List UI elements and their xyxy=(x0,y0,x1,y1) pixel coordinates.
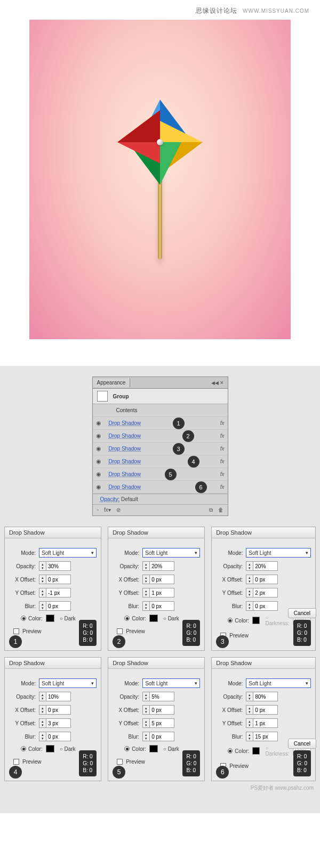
blur-stepper[interactable]: ▴▾ xyxy=(246,732,253,741)
blur-input[interactable] xyxy=(150,601,174,611)
blur-input[interactable] xyxy=(150,732,174,741)
fx-indicator[interactable]: fx xyxy=(220,420,225,426)
opacity-row[interactable]: Opacity: Default xyxy=(93,494,228,504)
preview-checkbox[interactable] xyxy=(117,628,123,634)
x-offset-input[interactable] xyxy=(253,575,278,584)
opacity-stepper[interactable]: ▴▾ xyxy=(142,692,150,701)
cancel-button[interactable]: Cancel xyxy=(288,608,316,618)
mode-select[interactable]: Soft Light xyxy=(39,548,97,558)
color-swatch[interactable] xyxy=(46,615,54,622)
tab-appearance[interactable]: Appearance xyxy=(93,378,131,387)
mode-select[interactable]: Soft Light xyxy=(39,678,97,688)
visibility-toggle-icon[interactable]: ◉ xyxy=(96,471,105,478)
y-offset-stepper[interactable]: ▴▾ xyxy=(246,588,253,597)
y-offset-input[interactable] xyxy=(253,588,278,597)
x-offset-input[interactable] xyxy=(150,575,174,584)
preview-checkbox[interactable] xyxy=(13,628,19,634)
darkness-radio[interactable]: ○ Dark xyxy=(163,616,179,621)
clear-icon[interactable]: ⊘ xyxy=(116,507,121,513)
visibility-toggle-icon[interactable]: ◉ xyxy=(96,458,105,465)
fx-indicator[interactable]: fx xyxy=(220,484,225,490)
effect-row[interactable]: ◉Drop Shadow4fx xyxy=(93,455,228,468)
color-radio[interactable] xyxy=(21,616,26,621)
opacity-stepper[interactable]: ▴▾ xyxy=(246,561,253,571)
trash-icon[interactable]: 🗑 xyxy=(218,507,223,513)
darkness-radio[interactable]: ○ Dark xyxy=(60,746,76,752)
preview-checkbox[interactable] xyxy=(13,759,19,765)
panel-menu-icon[interactable]: ◀◀ ✕ xyxy=(208,380,228,386)
mode-select[interactable]: Soft Light xyxy=(142,548,200,558)
fx-indicator[interactable]: fx xyxy=(220,458,225,464)
preview-checkbox[interactable] xyxy=(117,759,123,765)
effect-row[interactable]: ◉Drop Shadow2fx xyxy=(93,430,228,443)
mode-select[interactable]: Soft Light xyxy=(142,678,200,688)
fx-indicator[interactable]: fx xyxy=(220,446,225,452)
color-swatch[interactable] xyxy=(149,615,158,622)
fx-menu-icon[interactable]: fx▾ xyxy=(104,507,111,513)
opacity-input[interactable] xyxy=(253,692,278,701)
opacity-input[interactable] xyxy=(46,692,71,701)
effect-link[interactable]: Drop Shadow xyxy=(109,484,141,490)
y-offset-stepper[interactable]: ▴▾ xyxy=(246,718,253,728)
color-swatch[interactable] xyxy=(252,747,260,755)
effect-row[interactable]: ◉Drop Shadow6fx xyxy=(93,481,228,494)
opacity-stepper[interactable]: ▴▾ xyxy=(142,561,150,571)
x-offset-input[interactable] xyxy=(46,575,71,584)
new-item-icon[interactable]: ▫ xyxy=(97,507,99,513)
y-offset-stepper[interactable]: ▴▾ xyxy=(142,588,150,597)
darkness-radio[interactable]: ○ Darkness: xyxy=(265,745,291,757)
y-offset-input[interactable] xyxy=(46,588,71,597)
fx-indicator[interactable]: fx xyxy=(220,471,225,477)
duplicate-icon[interactable]: ⧉ xyxy=(209,507,213,513)
opacity-stepper[interactable]: ▴▾ xyxy=(246,692,253,701)
y-offset-stepper[interactable]: ▴▾ xyxy=(39,718,46,728)
color-radio[interactable] xyxy=(21,746,26,751)
y-offset-input[interactable] xyxy=(150,718,174,728)
effect-link[interactable]: Drop Shadow xyxy=(109,433,141,439)
color-radio[interactable] xyxy=(124,746,130,751)
x-offset-stepper[interactable]: ▴▾ xyxy=(39,575,46,584)
x-offset-stepper[interactable]: ▴▾ xyxy=(246,705,253,715)
effect-link[interactable]: Drop Shadow xyxy=(109,420,141,426)
group-thumbnail[interactable] xyxy=(97,391,108,402)
fx-indicator[interactable]: fx xyxy=(220,433,225,439)
visibility-toggle-icon[interactable]: ◉ xyxy=(96,420,105,427)
effect-row[interactable]: ◉Drop Shadow5fx xyxy=(93,468,228,481)
color-swatch[interactable] xyxy=(149,745,158,752)
y-offset-stepper[interactable]: ▴▾ xyxy=(39,588,46,597)
visibility-toggle-icon[interactable]: ◉ xyxy=(96,484,105,490)
cancel-button[interactable]: Cancel xyxy=(288,739,316,749)
blur-input[interactable] xyxy=(253,732,278,741)
y-offset-input[interactable] xyxy=(46,718,71,728)
x-offset-input[interactable] xyxy=(46,705,71,715)
x-offset-stepper[interactable]: ▴▾ xyxy=(246,575,253,584)
blur-stepper[interactable]: ▴▾ xyxy=(39,732,46,741)
y-offset-input[interactable] xyxy=(150,588,174,597)
color-swatch[interactable] xyxy=(46,745,54,752)
color-radio[interactable] xyxy=(228,748,233,754)
effect-row[interactable]: ◉Drop Shadow3fx xyxy=(93,443,228,455)
opacity-input[interactable] xyxy=(46,561,71,571)
blur-stepper[interactable]: ▴▾ xyxy=(142,601,150,611)
visibility-toggle-icon[interactable]: ◉ xyxy=(96,432,105,439)
mode-select[interactable]: Soft Light xyxy=(246,678,311,688)
opacity-input[interactable] xyxy=(150,692,174,701)
color-radio[interactable] xyxy=(124,616,130,621)
x-offset-stepper[interactable]: ▴▾ xyxy=(39,705,46,715)
effect-link[interactable]: Drop Shadow xyxy=(109,458,141,464)
effect-link[interactable]: Drop Shadow xyxy=(109,446,141,452)
blur-stepper[interactable]: ▴▾ xyxy=(246,601,253,611)
effect-link[interactable]: Drop Shadow xyxy=(109,471,141,477)
color-radio[interactable] xyxy=(228,618,233,623)
opacity-stepper[interactable]: ▴▾ xyxy=(39,561,46,571)
x-offset-stepper[interactable]: ▴▾ xyxy=(142,575,150,584)
effect-row[interactable]: ◉Drop Shadow1fx xyxy=(93,417,228,430)
visibility-toggle-icon[interactable]: ◉ xyxy=(96,445,105,452)
contents-row[interactable]: Contents xyxy=(93,404,228,417)
color-swatch[interactable] xyxy=(252,617,260,624)
x-offset-input[interactable] xyxy=(253,705,278,715)
blur-input[interactable] xyxy=(253,601,278,611)
x-offset-input[interactable] xyxy=(150,705,174,715)
darkness-radio[interactable]: ○ Dark xyxy=(60,616,76,621)
opacity-stepper[interactable]: ▴▾ xyxy=(39,692,46,701)
